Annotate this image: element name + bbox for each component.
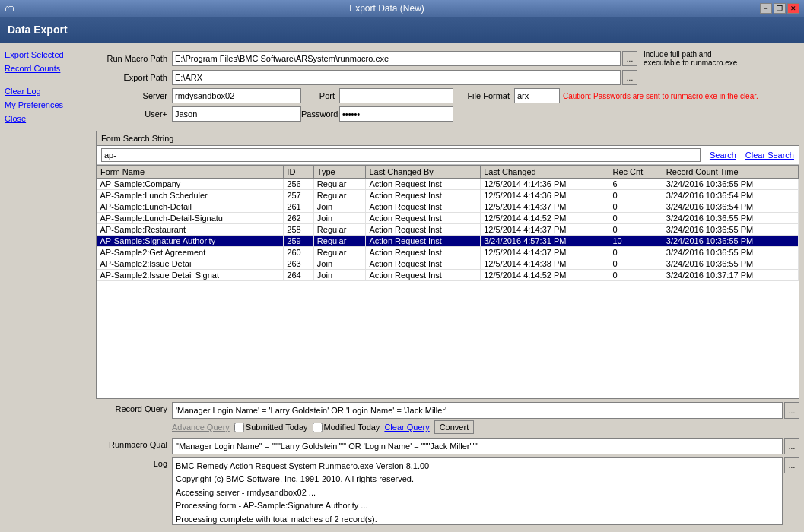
title-bar: 🗃 Export Data (New) − ❐ ✕	[0, 0, 804, 17]
search-input[interactable]	[101, 148, 701, 162]
server-input[interactable]	[172, 88, 301, 103]
query-subrow: Advance Query Submitted Today Modified T…	[172, 419, 783, 435]
restore-button[interactable]: ❐	[774, 3, 786, 14]
table-row[interactable]: AP-Sample2:Issue Detail Signat264JoinAct…	[97, 270, 799, 281]
record-query-input[interactable]	[172, 402, 783, 419]
record-query-label: Record Query	[96, 402, 172, 435]
server-row: Server Port File Format Caution: Passwor…	[96, 88, 799, 103]
run-macro-note: Include full path and executable to runm…	[644, 50, 737, 67]
col-rec-cnt[interactable]: Rec Cnt	[609, 166, 663, 179]
my-preferences-link[interactable]: My Preferences	[5, 99, 87, 111]
record-query-input-area: Advance Query Submitted Today Modified T…	[172, 402, 783, 435]
advance-query-link: Advance Query	[172, 423, 230, 432]
port-label: Port	[301, 91, 339, 100]
header-title: Data Export	[8, 24, 68, 36]
submitted-today-checkbox[interactable]: Submitted Today	[234, 423, 308, 432]
table-body: AP-Sample:Company256RegularAction Reques…	[97, 179, 799, 281]
server-label: Server	[96, 91, 172, 100]
log-line: Copyright (c) BMC Software, Inc. 1991-20…	[176, 473, 779, 485]
log-label: Log	[96, 457, 172, 468]
run-macro-path-input[interactable]	[172, 51, 621, 66]
file-format-input[interactable]	[514, 88, 560, 103]
table-row[interactable]: AP-Sample:Lunch Scheduler257RegularActio…	[97, 190, 799, 201]
table-header: Form Name ID Type Last Changed By Last C…	[97, 166, 799, 179]
record-query-row: Record Query Advance Query Submitted Tod…	[96, 402, 799, 435]
col-form-name[interactable]: Form Name	[97, 166, 284, 179]
search-panel-header: Form Search String	[97, 131, 799, 146]
modified-today-check[interactable]	[313, 423, 323, 432]
form-table-container: Form Name ID Type Last Changed By Last C…	[97, 165, 799, 398]
user-label: User+	[96, 109, 172, 119]
window-title: Export Data (New)	[14, 3, 760, 14]
submitted-today-check[interactable]	[234, 423, 244, 432]
log-line: Processing complete with total matches o…	[176, 514, 779, 525]
run-macro-path-row: Run Macro Path ... Include full path and…	[96, 50, 799, 67]
run-macro-path-browse-button[interactable]: ...	[622, 51, 637, 66]
modified-today-checkbox[interactable]: Modified Today	[313, 423, 380, 432]
table-row[interactable]: AP-Sample:Restaurant258RegularAction Req…	[97, 224, 799, 236]
export-selected-link[interactable]: Export Selected	[5, 49, 87, 61]
clear-query-link[interactable]: Clear Query	[384, 423, 429, 432]
search-panel: Form Search String Search Clear Search F…	[96, 131, 799, 399]
col-type[interactable]: Type	[313, 166, 366, 179]
password-input[interactable]	[339, 106, 453, 122]
export-path-row: Export Path ...	[96, 70, 799, 85]
log-line: Accessing server - rmdysandbox02 ...	[176, 487, 779, 499]
table-row[interactable]: AP-Sample:Lunch-Detail-Signatu262JoinAct…	[97, 213, 799, 224]
port-input[interactable]	[339, 88, 453, 103]
bottom-panels: Record Query Advance Query Submitted Tod…	[96, 402, 799, 527]
record-counts-link[interactable]: Record Counts	[5, 62, 87, 74]
table-row[interactable]: AP-Sample2:Get Agreement260RegularAction…	[97, 247, 799, 258]
log-browse-button[interactable]: ...	[784, 457, 799, 473]
user-input[interactable]	[172, 106, 301, 122]
col-id[interactable]: ID	[284, 166, 314, 179]
runmacro-qual-row: Runmacro Qual ...	[96, 438, 799, 454]
clear-log-link[interactable]: Clear Log	[5, 85, 87, 97]
minimize-button[interactable]: −	[760, 3, 772, 14]
window-icon: 🗃	[5, 3, 14, 14]
run-macro-path-label: Run Macro Path	[96, 54, 172, 63]
close-link[interactable]: Close	[5, 112, 87, 125]
window-controls: − ❐ ✕	[760, 3, 799, 14]
clear-search-link[interactable]: Clear Search	[745, 150, 794, 160]
table-row[interactable]: AP-Sample2:Issue Detail263JoinAction Req…	[97, 258, 799, 270]
password-warning: Caution: Passwords are sent to runmacro.…	[563, 92, 758, 100]
search-link[interactable]: Search	[710, 150, 736, 160]
table-row[interactable]: AP-Sample:Company256RegularAction Reques…	[97, 179, 799, 190]
content-area: Export Selected Record Counts Clear Log …	[0, 43, 804, 532]
convert-button[interactable]: Convert	[434, 420, 475, 434]
search-bar: Search Clear Search	[97, 146, 799, 165]
user-row: User+ Password	[96, 106, 799, 122]
export-path-input[interactable]	[172, 70, 621, 85]
sidebar: Export Selected Record Counts Clear Log …	[0, 43, 91, 532]
export-path-browse-button[interactable]: ...	[622, 70, 637, 85]
header-bar: Data Export	[0, 17, 804, 43]
table-row[interactable]: AP-Sample:Lunch-Detail261JoinAction Requ…	[97, 201, 799, 213]
col-record-count-time[interactable]: Record Count Time	[663, 166, 798, 179]
main-window: Data Export Export Selected Record Count…	[0, 17, 804, 532]
log-line: Processing form - AP-Sample:Signature Au…	[176, 500, 779, 511]
runmacro-qual-browse-button[interactable]: ...	[784, 438, 799, 454]
record-query-browse-button[interactable]: ...	[784, 402, 799, 419]
col-last-changed-by[interactable]: Last Changed By	[366, 166, 481, 179]
table-row[interactable]: AP-Sample:Signature Authority259RegularA…	[97, 236, 799, 247]
log-row: Log BMC Remedy Action Request System Run…	[96, 457, 799, 525]
runmacro-qual-label: Runmacro Qual	[96, 438, 172, 454]
file-format-label: File Format	[453, 91, 514, 100]
log-area: BMC Remedy Action Request System Runmacr…	[172, 457, 783, 525]
close-window-button[interactable]: ✕	[787, 3, 799, 14]
fields-area: Run Macro Path ... Include full path and…	[96, 47, 799, 128]
log-line: BMC Remedy Action Request System Runmacr…	[176, 461, 779, 472]
form-table: Form Name ID Type Last Changed By Last C…	[97, 165, 799, 281]
runmacro-qual-input[interactable]	[172, 438, 783, 454]
password-label: Password	[301, 109, 339, 119]
export-path-label: Export Path	[96, 73, 172, 82]
col-last-changed[interactable]: Last Changed	[481, 166, 609, 179]
main-panel: Run Macro Path ... Include full path and…	[91, 43, 804, 532]
